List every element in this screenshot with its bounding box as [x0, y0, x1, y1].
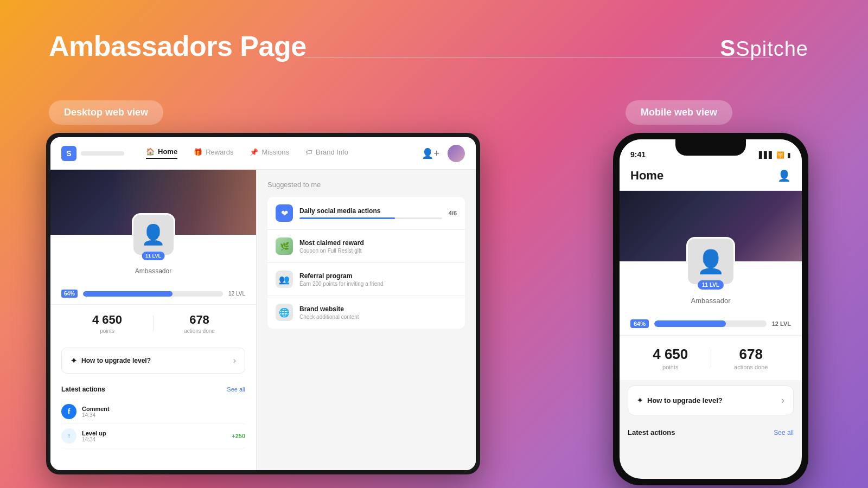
- action-info-comment: Comment 14:34: [82, 406, 245, 418]
- suggestion-brand-website[interactable]: 🌐 Brand website Check additional content: [267, 296, 465, 329]
- mobile-ambassador-name: Ambassador: [691, 297, 731, 305]
- mobile-latest-header: Latest actions See all: [628, 428, 794, 436]
- tablet-device: S 🏠 Home 🎁 Rewards 📌 Missions 🏷: [46, 133, 480, 474]
- daily-actions-icon: ❤: [276, 204, 293, 222]
- mobile-chevron-right-icon: ›: [781, 395, 784, 406]
- upgrade-section[interactable]: ✦ How to upgrade level? ›: [61, 348, 245, 374]
- missions-nav-icon: 📌: [250, 148, 258, 156]
- rewards-nav-label: Rewards: [206, 148, 233, 156]
- daily-actions-count: 4/6: [449, 210, 457, 216]
- suggestion-most-claimed[interactable]: 🌿 Most claimed reward Coupon on Full Res…: [267, 230, 465, 263]
- levelup-icon: ↑: [61, 428, 76, 444]
- nav-item-missions[interactable]: 📌 Missions: [250, 147, 289, 159]
- mobile-header: Home 👤: [620, 163, 802, 191]
- tablet-logo-bar: [81, 151, 124, 156]
- daily-actions-progress-bar: [299, 217, 442, 219]
- mobile-progress-section: 64% 12 LVL: [620, 313, 802, 335]
- action-time-comment: 14:34: [82, 412, 245, 418]
- mobile-latest-actions: Latest actions See all: [620, 421, 802, 436]
- mobile-progress-fill: [654, 320, 726, 327]
- home-nav-icon: 🏠: [146, 147, 155, 156]
- wifi-icon: 🛜: [776, 151, 784, 159]
- mobile-level-badge: 11 LVL: [698, 280, 724, 290]
- chevron-right-icon: ›: [233, 356, 236, 365]
- mobile-stats: 4 650 points 678 actions done: [620, 336, 802, 380]
- action-time-levelup: 14:34: [82, 436, 226, 442]
- daily-actions-progress-fill: [299, 217, 395, 219]
- brand-website-content: Brand website Check additional content: [299, 305, 457, 320]
- mobile-home-title: Home: [630, 169, 663, 183]
- action-item-levelup: ↑ Level up 14:34 +250: [61, 424, 245, 448]
- progress-fill: [83, 291, 173, 297]
- mobile-content: 👤 11 LVL Ambassador 64% 12 LVL 4 650: [620, 191, 802, 474]
- tablet-stats: 4 650 points 678 actions done: [50, 304, 256, 342]
- mobile-profile-avatar: 👤 11 LVL: [686, 237, 735, 286]
- tablet-profile-section: 👤 11 LVL Ambassador: [50, 235, 256, 283]
- facebook-icon: f: [61, 404, 76, 419]
- header-divider: [304, 57, 770, 57]
- suggestion-referral[interactable]: 👥 Referral program Earn 200 points for i…: [267, 263, 465, 296]
- actions-stat: 678 actions done: [154, 313, 245, 334]
- action-info-levelup: Level up 14:34: [82, 430, 226, 442]
- brand-website-name: Brand website: [299, 305, 457, 313]
- mobile-actions-value: 678: [711, 346, 792, 363]
- tablet-logo-icon: S: [61, 146, 76, 161]
- avatar-placeholder-icon: 👤: [141, 223, 165, 246]
- action-points-levelup: +250: [232, 433, 245, 439]
- mobile-see-all-link[interactable]: See all: [774, 429, 794, 436]
- tablet-navbar: S 🏠 Home 🎁 Rewards 📌 Missions 🏷: [50, 137, 476, 170]
- nav-item-home[interactable]: 🏠 Home: [146, 147, 177, 159]
- suggestion-items: ❤ Daily social media actions 4/6 🌿: [267, 197, 465, 329]
- mobile-upgrade-left: ✦ How to upgrade level?: [637, 396, 723, 404]
- ambassador-name: Ambassador: [135, 267, 171, 275]
- referral-name: Referral program: [299, 272, 457, 280]
- progress-percentage: 64%: [61, 290, 78, 298]
- page-title: Ambassadors Page: [49, 30, 307, 62]
- battery-icon: ▮: [787, 151, 791, 159]
- mobile-latest-title: Latest actions: [628, 428, 675, 436]
- mobile-status-icons: ▋▋▋ 🛜 ▮: [759, 151, 791, 159]
- suggestion-daily-actions[interactable]: ❤ Daily social media actions 4/6: [267, 197, 465, 230]
- tablet-screen: S 🏠 Home 🎁 Rewards 📌 Missions 🏷: [50, 137, 476, 470]
- next-level-label: 12 LVL: [228, 291, 245, 297]
- mobile-user-icon[interactable]: 👤: [777, 169, 791, 182]
- progress-section: 64% 12 LVL: [50, 283, 256, 304]
- signal-icon: ▋▋▋: [759, 151, 774, 159]
- latest-actions-section: Latest actions See all f Comment 14:34 ↑: [50, 379, 256, 455]
- points-value: 4 650: [61, 313, 153, 327]
- daily-actions-name: Daily social media actions: [299, 207, 442, 215]
- tablet-logo: S: [61, 146, 124, 161]
- mobile-progress-bar: [654, 320, 767, 327]
- tablet-nav-right: 👤+: [422, 145, 465, 162]
- brand-website-desc: Check additional content: [299, 314, 457, 320]
- mobile-actions-label: actions done: [711, 364, 792, 370]
- nav-item-rewards[interactable]: 🎁 Rewards: [194, 147, 233, 159]
- brand-website-icon: 🌐: [276, 304, 293, 321]
- brand-info-nav-icon: 🏷: [305, 148, 312, 156]
- actions-label: actions done: [154, 328, 245, 334]
- referral-desc: Earn 200 points for inviting a friend: [299, 281, 457, 287]
- mobile-upgrade-section[interactable]: ✦ How to upgrade level? ›: [628, 386, 794, 415]
- most-claimed-icon: 🌿: [276, 237, 293, 255]
- tablet-content: 👤 11 LVL Ambassador 64% 12 LVL: [50, 170, 476, 470]
- nav-item-brand-info[interactable]: 🏷 Brand Info: [305, 147, 348, 159]
- add-user-icon[interactable]: 👤+: [422, 147, 439, 159]
- mobile-view-label: Mobile web view: [626, 100, 732, 125]
- points-label: points: [61, 328, 153, 334]
- see-all-link[interactable]: See all: [227, 386, 245, 393]
- action-item-comment: f Comment 14:34: [61, 400, 245, 424]
- mobile-progress-label: 64%: [630, 319, 649, 328]
- mobile-progress-container: 64% 12 LVL: [630, 319, 791, 328]
- upgrade-left: ✦ How to upgrade level?: [71, 356, 151, 365]
- upgrade-icon: ✦: [71, 356, 77, 365]
- mobile-actions-stat: 678 actions done: [711, 346, 792, 370]
- mobile-upgrade-icon: ✦: [637, 396, 643, 404]
- rewards-nav-icon: 🎁: [194, 148, 202, 156]
- latest-actions-header: Latest actions See all: [61, 386, 245, 393]
- suggested-title: Suggested to me: [267, 181, 465, 189]
- points-stat: 4 650 points: [61, 313, 153, 334]
- actions-value: 678: [154, 313, 245, 327]
- user-avatar[interactable]: [448, 145, 465, 162]
- mobile-next-level: 12 LVL: [772, 320, 791, 327]
- most-claimed-desc: Coupon on Full Resist gift: [299, 248, 457, 254]
